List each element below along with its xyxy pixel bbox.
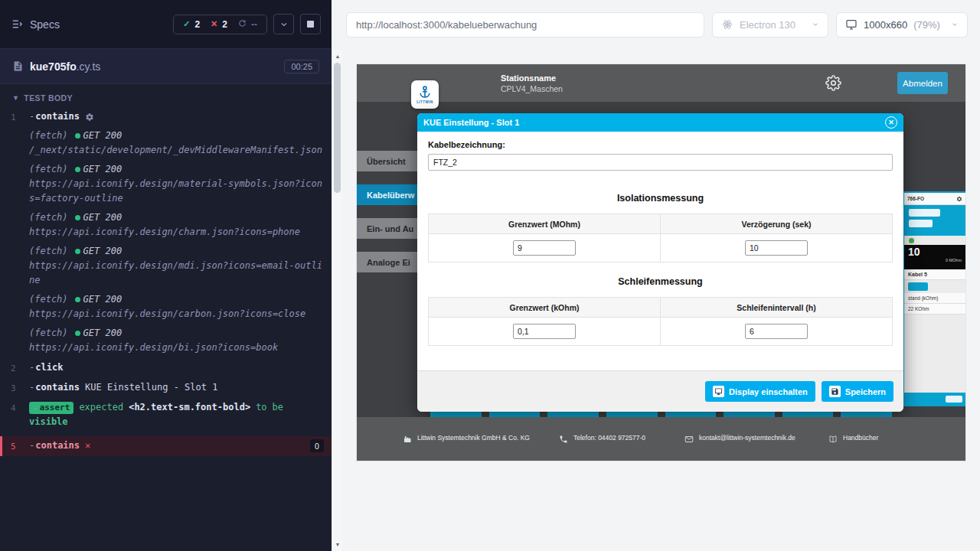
viewport-select[interactable]: 1000x660 (79%): [836, 12, 968, 37]
card-row: stand (kOhm): [904, 293, 965, 304]
stat-passed: ✓2: [183, 19, 200, 30]
status-dot: [75, 133, 80, 139]
littwin-logo: LITTWIN: [411, 80, 439, 109]
test-stats: ✓2 ✕2 --: [173, 15, 267, 34]
status-dot: [75, 331, 80, 336]
url-input[interactable]: [346, 12, 704, 37]
status-ok-dot: [909, 238, 914, 243]
collapse-button[interactable]: [273, 14, 294, 34]
kabel-label: Kabel 5: [904, 269, 965, 280]
options-gear-icon: [85, 112, 94, 122]
status-dot: [75, 297, 80, 302]
col-grenzwert-kohm: Grenzwert (kOhm): [429, 298, 661, 318]
electron-icon: [721, 18, 733, 31]
spec-file-row[interactable]: kue705fo.cy.ts 00:25: [0, 49, 332, 84]
logout-button[interactable]: Abmelden: [897, 72, 948, 94]
runner-right-pane: Electron 130 1000x660 (79%) ▲ ▼: [332, 0, 980, 551]
grenzwert-mohm-input[interactable]: [513, 240, 576, 256]
command-assert[interactable]: 4 assert expected <h2.text-sm.font-bold>…: [0, 398, 332, 432]
specs-label: Specs: [30, 18, 60, 31]
spec-timer: 00:25: [284, 60, 319, 73]
scrollbar[interactable]: ▲ ▼: [332, 49, 342, 551]
x-icon: ✕: [211, 19, 217, 29]
card-footer-button[interactable]: [946, 396, 962, 403]
col-schleifenintervall: Schleifenintervall (h): [661, 298, 893, 318]
network-log-fetch[interactable]: (fetch)GET 200 https://api.iconify.desig…: [29, 324, 322, 358]
isolationsmessung-heading: Isolationsmessung: [428, 193, 893, 204]
kue-settings-modal: KUE Einstellung - Slot 1 ✕ Kabelbezeichn…: [417, 113, 903, 412]
specs-list-icon: [11, 18, 24, 31]
aut-frame: LITTWIN Stationsname CPLV4_Maschen Abmel…: [357, 64, 965, 461]
spec-file-icon: [12, 60, 24, 72]
specs-menu[interactable]: Specs: [11, 18, 60, 31]
stop-button[interactable]: [300, 14, 321, 34]
scrollbar-thumb[interactable]: [334, 63, 341, 193]
stat-failed: ✕2: [211, 19, 227, 30]
anchor-logo-icon: [417, 85, 433, 100]
spec-name: kue705fo.cy.ts: [30, 60, 100, 73]
command-click[interactable]: 2 click: [0, 358, 332, 378]
footer-company: Littwin Systemtechnik GmbH & Co. KG: [403, 434, 539, 444]
network-log-fetch[interactable]: (fetch)GET 200 https://api.iconify.desig…: [29, 291, 322, 324]
stat-pending: --: [238, 19, 257, 30]
element-count-badge: 0: [310, 439, 324, 452]
test-body-section[interactable]: ▼ TEST BODY: [0, 84, 332, 107]
save-floppy-icon: [829, 386, 841, 397]
card-title: 766-FO: [907, 196, 924, 201]
monitor-icon: [845, 18, 858, 31]
app-header: LITTWIN Stationsname CPLV4_Maschen Abmel…: [357, 64, 965, 102]
modal-footer: Display einschalten Speichern: [417, 370, 903, 412]
browser-select[interactable]: Electron 130: [712, 12, 828, 37]
card-gear-icon[interactable]: [956, 196, 962, 202]
reporter-header: Specs ✓2 ✕2 --: [0, 0, 332, 49]
runner-toolbar: Electron 130 1000x660 (79%): [332, 0, 980, 49]
settings-gear-icon[interactable]: [825, 75, 841, 94]
command-contains-failed[interactable]: 5 contains ✕ 0: [0, 436, 332, 456]
network-log-fetch[interactable]: (fetch)GET 200 https://api.iconify.desig…: [29, 209, 322, 243]
footer-email: kontakt@littwin-systemtechnik.de: [684, 434, 808, 444]
chevron-down-icon: [279, 20, 289, 29]
grenzwert-kohm-input[interactable]: [513, 324, 576, 339]
reporter-panel: Specs ✓2 ✕2 -- kue705fo.cy.ts 00:25 ▼ TE…: [0, 0, 332, 551]
check-icon: ✓: [183, 19, 190, 29]
display-einschalten-button[interactable]: Display einschalten: [705, 381, 815, 402]
network-log-fetch[interactable]: (fetch)GET 200 https://api.iconify.desig…: [29, 161, 322, 209]
kue-slot-card: 766-FO 10 0 MOhm Kabel 5 stand (k: [903, 191, 965, 406]
footer-manuals[interactable]: Handbücher: [828, 434, 878, 444]
monitor-icon: [713, 386, 724, 397]
scroll-down-arrow[interactable]: ▼: [332, 539, 343, 549]
network-log-fetch[interactable]: (fetch)GET 200 /_next/static/development…: [29, 127, 322, 161]
kabelbezeichnung-input[interactable]: [428, 154, 893, 171]
factory-icon: [403, 435, 412, 444]
col-verzoegerung: Verzögerung (sek): [661, 214, 893, 234]
close-icon[interactable]: ✕: [885, 116, 897, 129]
card-mini-button[interactable]: [908, 282, 928, 291]
refresh-icon: [238, 19, 247, 29]
status-dot: [75, 249, 80, 254]
command-contains-2[interactable]: 3 contains KUE Einstellung - Slot 1: [0, 378, 332, 398]
station-info: Stationsname CPLV4_Maschen: [501, 73, 563, 93]
chevron-down-icon: [951, 21, 959, 28]
status-dot: [75, 167, 80, 172]
book-icon: [828, 435, 838, 444]
card-cyan-block: [904, 205, 965, 236]
email-icon: [684, 435, 694, 444]
modal-header: KUE Einstellung - Slot 1 ✕: [417, 113, 903, 132]
network-log-fetch[interactable]: (fetch)GET 200 https://api.iconify.desig…: [29, 243, 322, 291]
assert-badge: assert: [29, 402, 74, 414]
measurement-display: 10 0 MOhm: [904, 245, 965, 269]
scroll-up-arrow[interactable]: ▲: [332, 51, 343, 61]
modal-title: KUE Einstellung - Slot 1: [423, 118, 519, 127]
schleifenintervall-input[interactable]: [745, 324, 808, 339]
phone-icon: [559, 435, 568, 444]
command-log: 1 contains (fetch)GET 200 /_next/static/…: [0, 107, 332, 551]
fail-x-icon: ✕: [85, 439, 90, 453]
card-row: 22 KOhm: [904, 304, 965, 315]
speichern-button[interactable]: Speichern: [822, 381, 893, 402]
stop-icon: [307, 21, 314, 28]
card-footer: [904, 393, 965, 405]
app-footer: Littwin Systemtechnik GmbH & Co. KG Tele…: [357, 417, 965, 461]
verzoegerung-input[interactable]: [745, 240, 808, 256]
col-grenzwert-mohm: Grenzwert (MOhm): [429, 214, 661, 234]
command-contains-1[interactable]: 1 contains: [0, 107, 332, 127]
